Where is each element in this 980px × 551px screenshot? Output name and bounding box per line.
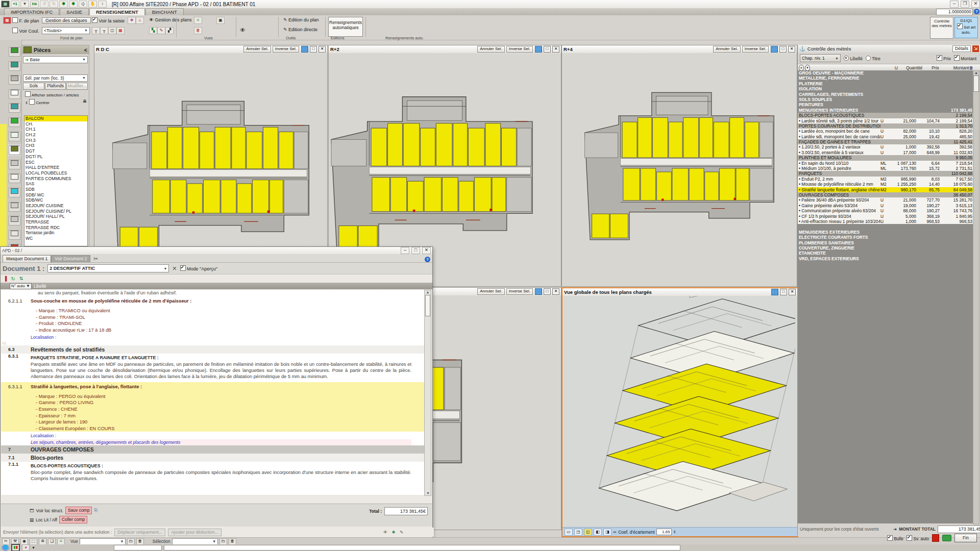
base-select[interactable]: ➜ Base▼ [23,56,88,63]
voir-document2-button[interactable]: Voir Document 2 [51,255,90,262]
list-item[interactable]: SAS [24,181,87,187]
table-row[interactable]: ETANCHEITE [798,251,974,256]
gestion-calques-button[interactable]: Gestion des calques [42,17,91,23]
doc-article-row[interactable]: 7.1.1BLOCS-PORTES ACOUSTIQUES : [1,462,425,469]
tool3-icon[interactable]: ◉ [20,538,28,545]
doc-item[interactable]: 6.2.1.1Sous-couche en mousse de polyoléf… [1,296,425,333]
levels2-icon[interactable]: ◨ [603,529,611,536]
book-icon[interactable] [9,89,20,99]
sel-par-nom-select[interactable]: Sél. par nom (loc. 3)▼ [23,74,88,82]
list-item[interactable]: SEJOUR/ CUISINE/ PL [24,209,87,214]
table-row[interactable]: MENUISERIES INTERIEURES173 381,45 [798,108,974,113]
maximize-icon[interactable]: □ [544,288,551,295]
trash2-icon[interactable]: 🗑 [229,538,236,545]
tab-renseignement[interactable]: RENSEIGNEMENT [89,8,145,15]
pieces-panel-header[interactable]: Pièces < [22,45,89,54]
list-item[interactable]: CH3 [24,143,87,148]
loc-lit-aff-label[interactable]: Loc Lit / Aff [36,517,57,522]
edition-plan-label[interactable]: Edition du plan [288,17,319,22]
table-row[interactable]: PEINTURES [798,102,974,107]
table-row[interactable]: CARRELAGES, REVETEMENTS [798,92,974,97]
add-one-icon[interactable]: +1 [11,1,19,8]
bridge1-icon[interactable]: ╥ [92,27,100,34]
annuler-sel-button[interactable]: Annuler Sel. [477,46,505,53]
close-icon[interactable]: ✕ [422,247,431,254]
table-row[interactable]: PLATRERIE [798,81,974,86]
layers-icon[interactable] [9,61,20,71]
folder-icon[interactable]: 🗀 [127,538,135,545]
list-item[interactable]: SEJOUR/ HALL/ PL [24,214,87,219]
d1q1-button[interactable]: D1/Q1 Sel art auto. [954,17,978,38]
maximize-icon[interactable]: □ [779,46,787,53]
columns-icon[interactable] [9,160,20,169]
grid2-icon[interactable]: ▞ [165,27,174,34]
table-row[interactable]: • 1.20/2.50, 2 portes à 2 vantauxU1,0003… [798,144,974,149]
tool7-icon[interactable]: ≡ [57,538,65,545]
plan-grid-icon[interactable] [535,288,542,295]
masquer-document1-button[interactable]: Masquer Document 1 [3,255,51,262]
afficher-selection-checkbox[interactable] [25,91,31,97]
plan-window-rdc-titlebar[interactable]: R D C Annuler Sel. Inverse Sel. □ ✕ [94,45,327,54]
green-x-icon[interactable]: ✳ [194,17,202,24]
metres-scrollbar[interactable]: ▲ [973,70,979,524]
tool1-icon[interactable]: ✂ [2,538,10,545]
table-row[interactable]: • En sapin du Nord 10/110ML1 087,1306,64… [798,161,974,166]
view3d-titlebar[interactable]: Vue globale de tous les plans chargés □ … [562,288,797,296]
regenerate-icon[interactable]: ✱ [69,1,78,8]
doc-chapter-row[interactable]: 6.3Revêtements de sol stratifiés [1,345,425,354]
red-grid-icon[interactable]: ▦ [116,27,125,34]
slab-icon[interactable] [9,75,20,85]
record-icon[interactable]: ◕ [22,544,30,551]
door-icon[interactable]: ◫ [108,27,116,34]
card-icon[interactable] [9,132,20,141]
pan-icon[interactable]: ✑ [613,530,617,535]
doc-article-row[interactable]: 6.3.1PARQUETS STRATIFIE, POSE A RAINURE … [1,354,425,361]
table-row[interactable] [798,224,974,229]
table-row[interactable]: OUVRAGES COMPOSES38 450,07 [798,192,974,197]
box-view-icon[interactable]: ◳ [574,529,582,536]
modifier-button[interactable]: Modifier... [66,83,88,90]
money-icon[interactable] [942,535,951,541]
ajouter-select[interactable]: Ajouter pour déduction... [168,529,222,536]
inverse-sel-button[interactable]: Inverse Sel. [742,46,769,53]
maximize-icon[interactable]: □ [780,289,787,295]
spinner-icon[interactable]: ⇕ [25,101,28,105]
wall-icon[interactable] [9,47,20,57]
deplacer-select[interactable]: Déplacer uniquement... [114,529,165,536]
annuler-sel-button[interactable]: Annuler Sel. [713,46,741,53]
sols-button[interactable]: Sols [23,83,44,90]
trash-icon[interactable]: 🗑 [194,27,202,34]
list-item[interactable]: TERRASSE RDC [24,225,87,231]
prix-checkbox[interactable] [937,55,942,61]
restore-button[interactable]: ❐ [961,1,969,8]
close-icon[interactable]: ✕ [788,46,795,53]
doc-chapter-row[interactable]: 7.1Blocs-portes [1,454,425,462]
levels-icon[interactable]: ▮▮ [11,544,20,551]
help-icon[interactable]: ? [425,257,430,262]
close-icon[interactable]: ✕ [552,46,559,53]
list-item[interactable]: SDB/WC [24,197,87,203]
refresh-icon[interactable]: ✱ [59,1,68,8]
table-row[interactable]: GROS OEUVRE - MAÇONNERIE [798,70,974,76]
stamp-icon[interactable]: ✎ [400,530,403,535]
montant-total-field[interactable]: 173 381,45 [938,525,980,533]
copy-icon[interactable]: ⎘ [94,508,97,513]
list-item[interactable]: CH. [24,121,87,127]
table-row[interactable]: COUVERTURE, ZINGUERIE [798,245,974,251]
cube-icon[interactable] [9,202,20,212]
tab-saisie[interactable]: SAISIE [60,8,89,15]
beam-icon[interactable] [9,173,20,183]
montant-checkbox[interactable] [954,55,960,61]
bridge2-icon[interactable]: ╥ [100,27,108,34]
f-de-plan-checkbox[interactable] [12,17,18,23]
titre-radio[interactable] [866,56,871,61]
list-item[interactable]: ESC [24,160,87,165]
inverse-sel-button[interactable]: Inverse Sel. [506,46,533,53]
squares-icon[interactable]: ▚ [149,27,157,34]
mode-apercu-checkbox[interactable] [180,265,186,271]
centrer-checkbox[interactable] [29,99,35,105]
redo-icon[interactable]: ↻ [50,1,58,8]
plan-grid-icon[interactable] [301,46,308,53]
list-item[interactable]: TERRASSE [24,219,87,225]
trash-icon[interactable]: 🗑 [136,538,144,545]
